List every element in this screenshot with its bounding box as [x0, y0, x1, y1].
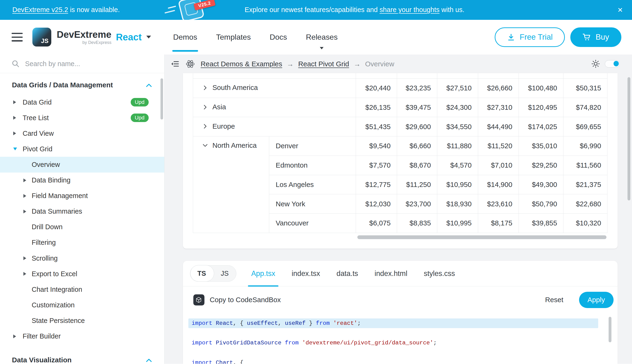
nav-item-label: Demos	[173, 33, 197, 42]
lang-option-ts[interactable]: TS	[190, 266, 213, 282]
code-tabs-row: TSJS App.tsxindex.tsxdata.tsindex.htmlst…	[183, 261, 617, 286]
breadcrumb-link-react-demos-examples[interactable]: React Demos & Examples	[201, 60, 282, 68]
code-token	[282, 340, 285, 346]
sidebar-section-data-grids-data-management[interactable]: Data Grids / Data Management	[0, 76, 164, 94]
code-token	[212, 340, 216, 346]
nav-item-templates[interactable]: Templates	[216, 20, 251, 55]
search-input[interactable]	[25, 60, 164, 68]
file-tab-app-tsx[interactable]: App.tsx	[251, 261, 275, 286]
sidebar-item-customization[interactable]: Customization	[0, 297, 164, 313]
code-token: Chart	[216, 360, 233, 364]
sidebar-item-drill-down[interactable]: Drill Down	[0, 219, 164, 235]
code-editor[interactable]: import React, { useEffect, useRef } from…	[183, 314, 617, 364]
expand-chevron-icon[interactable]	[202, 104, 208, 112]
sidebar-item-card-view[interactable]: Card View	[0, 126, 164, 141]
sidebar-item-state-persistence[interactable]: State Persistence	[0, 313, 164, 328]
banner-version-text: DevExtreme v25.2 is now available.	[0, 6, 120, 14]
file-tab-index-tsx[interactable]: index.tsx	[292, 261, 320, 286]
lang-option-js[interactable]: JS	[213, 266, 236, 282]
sidebar-item-filtering[interactable]: Filtering	[0, 235, 164, 250]
sidebar-item-data-binding[interactable]: Data Binding	[0, 172, 164, 188]
framework-selector-label[interactable]: React	[116, 32, 142, 42]
sidebar-item-export-to-excel[interactable]: Export to Excel	[0, 266, 164, 282]
hamburger-menu-icon[interactable]	[12, 33, 23, 42]
sidebar-item-scrolling[interactable]: Scrolling	[0, 250, 164, 266]
theme-toggle[interactable]	[605, 60, 620, 68]
sidebar-item-label: Overview	[32, 161, 60, 168]
pivot-value-cell: $12,775	[356, 175, 397, 194]
devextreme-js-logo[interactable]: JS	[32, 28, 51, 46]
download-icon	[507, 33, 515, 41]
sidebar-item-chart-integration[interactable]: Chart Integration	[0, 282, 164, 297]
chevron-up-icon	[146, 356, 152, 364]
pivot-value-cell: $6,660	[397, 136, 437, 156]
nav-toggle-icon[interactable]	[171, 60, 179, 68]
free-trial-button[interactable]: Free Trial	[495, 28, 565, 47]
pivot-row-south-america: South America$20,440$23,235$27,510$26,66…	[193, 78, 607, 98]
pivot-value-cell: $39,475	[397, 98, 437, 117]
pivot-city-cell: Los Angeles	[269, 175, 356, 194]
expand-chevron-icon[interactable]	[202, 84, 208, 92]
pivot-region-cell[interactable]: South America	[193, 78, 356, 98]
file-tab-index-html[interactable]: index.html	[375, 261, 407, 286]
apply-button[interactable]: Apply	[579, 292, 613, 308]
pivot-value-cell: $12,030	[356, 194, 397, 214]
file-tab-data-ts[interactable]: data.ts	[337, 261, 358, 286]
code-token: from	[285, 340, 299, 346]
sidebar-item-tree-list[interactable]: Tree ListUpd	[0, 110, 164, 126]
pivot-partial-cell	[193, 73, 356, 78]
sidebar-item-pivot-grid[interactable]: Pivot Grid	[0, 141, 164, 157]
pivot-value-cell: $174,025	[519, 117, 563, 136]
copy-to-codesandbox-button[interactable]: Copy to CodeSandBox	[210, 296, 281, 304]
pivot-partial-cell	[356, 73, 397, 78]
logo-js-text: JS	[41, 37, 49, 44]
close-icon[interactable]: ✕	[617, 6, 623, 14]
nav-item-releases[interactable]: Releases	[306, 20, 337, 55]
sidebar-item-data-grid[interactable]: Data GridUpd	[0, 94, 164, 110]
buy-button[interactable]: Buy	[570, 28, 621, 47]
code-token: ,	[278, 320, 285, 326]
page-scrollbar[interactable]	[627, 77, 630, 200]
nav-item-demos[interactable]: Demos	[173, 20, 197, 55]
pivot-value-cell: $20,440	[356, 78, 397, 98]
language-toggle[interactable]: TSJS	[190, 265, 237, 282]
pivot-region-cell[interactable]: Europe	[193, 117, 356, 136]
code-token: useEffect	[247, 320, 278, 326]
sidebar-item-label: Pivot Grid	[23, 145, 53, 153]
logo-motion-line	[168, 6, 176, 9]
code-token: , {	[233, 320, 247, 326]
brand-block[interactable]: DevExtreme by DevExpress	[57, 30, 111, 45]
pivot-value-cell: $24,300	[437, 98, 478, 117]
pivot-region-cell[interactable]: Asia	[193, 98, 356, 117]
reset-button[interactable]: Reset	[545, 296, 563, 304]
pivot-region-cell[interactable]: North America	[193, 136, 269, 233]
horizontal-scrollbar-thumb[interactable]	[357, 235, 606, 239]
sidebar-item-data-summaries[interactable]: Data Summaries	[0, 204, 164, 219]
share-thoughts-link[interactable]: share your thoughts	[380, 6, 440, 14]
breadcrumb-link-react-pivot-grid[interactable]: React Pivot Grid	[298, 60, 349, 68]
file-tab-styles-css[interactable]: styles.css	[424, 261, 455, 286]
sidebar-item-overview[interactable]: Overview	[0, 157, 164, 172]
chevron-down-icon[interactable]	[146, 36, 151, 38]
banner-message: Explore our newest features/capabilities…	[245, 6, 465, 14]
pivot-value-cell: $44,490	[478, 117, 519, 136]
collapse-chevron-icon[interactable]	[202, 142, 208, 150]
theme-controls	[591, 60, 625, 68]
version-link[interactable]: DevExtreme v25.2	[12, 6, 68, 14]
code-scrollbar[interactable]	[609, 317, 611, 342]
horizontal-scrollbar[interactable]	[193, 235, 607, 239]
section-label: Data Grids / Data Management	[12, 81, 113, 89]
pivot-value-cell: $27,310	[478, 98, 519, 117]
sidebar-item-field-management[interactable]: Field Management	[0, 188, 164, 204]
pivot-value-cell: $8,670	[397, 156, 437, 175]
banner-logo: V25.2	[161, 0, 227, 20]
expand-chevron-icon[interactable]	[202, 123, 208, 131]
sidebar: Data Grids / Data ManagementData GridUpd…	[0, 54, 164, 364]
pivot-value-cell: $50,315	[563, 78, 607, 98]
code-token: ;	[357, 320, 361, 326]
sidebar-section-data-visualization[interactable]: Data Visualization	[0, 350, 164, 364]
sidebar-item-filter-builder[interactable]: Filter Builder	[0, 328, 164, 344]
pivot-value-cell: $7,570	[356, 156, 397, 175]
sidebar-scrollbar[interactable]	[160, 78, 163, 120]
nav-item-docs[interactable]: Docs	[270, 20, 287, 55]
